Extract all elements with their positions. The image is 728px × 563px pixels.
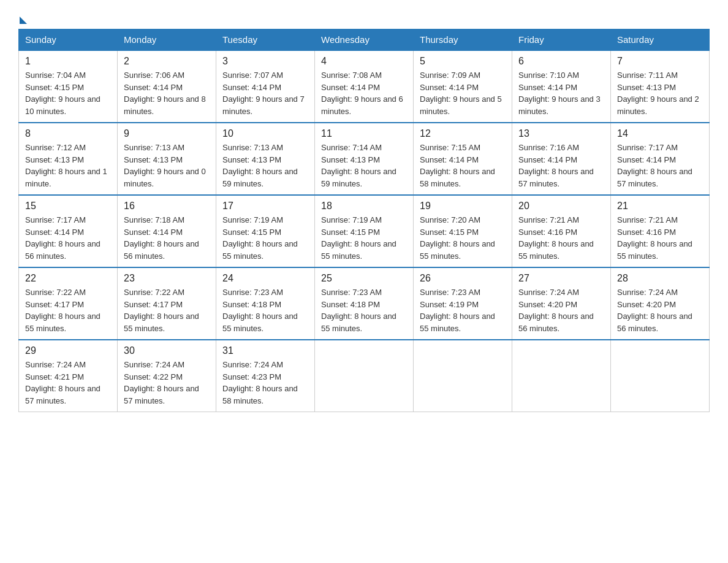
calendar-cell [611,340,710,412]
day-info: Sunrise: 7:21 AMSunset: 4:16 PMDaylight:… [617,215,692,261]
calendar-cell [512,340,611,412]
calendar-cell: 26 Sunrise: 7:23 AMSunset: 4:19 PMDaylig… [414,267,512,340]
day-number: 8 [25,128,111,139]
day-number: 16 [124,201,210,212]
day-info: Sunrise: 7:17 AMSunset: 4:14 PMDaylight:… [617,143,692,188]
calendar-cell: 16 Sunrise: 7:18 AMSunset: 4:14 PMDaylig… [118,195,216,267]
day-info: Sunrise: 7:06 AMSunset: 4:14 PMDaylight:… [124,71,206,116]
day-info: Sunrise: 7:22 AMSunset: 4:17 PMDaylight:… [25,288,100,333]
calendar-cell: 30 Sunrise: 7:24 AMSunset: 4:22 PMDaylig… [118,340,216,412]
weekday-header-wednesday: Wednesday [315,29,414,51]
calendar-cell: 14 Sunrise: 7:17 AMSunset: 4:14 PMDaylig… [611,123,710,195]
day-info: Sunrise: 7:21 AMSunset: 4:16 PMDaylight:… [518,215,594,261]
calendar-week-row: 15 Sunrise: 7:17 AMSunset: 4:14 PMDaylig… [19,195,710,267]
day-number: 29 [25,345,111,356]
calendar-cell: 4 Sunrise: 7:08 AMSunset: 4:14 PMDayligh… [315,50,414,123]
day-info: Sunrise: 7:11 AMSunset: 4:13 PMDaylight:… [617,71,699,116]
day-info: Sunrise: 7:15 AMSunset: 4:14 PMDaylight:… [420,143,495,188]
day-number: 22 [25,273,111,284]
calendar-week-row: 22 Sunrise: 7:22 AMSunset: 4:17 PMDaylig… [19,267,710,340]
day-info: Sunrise: 7:16 AMSunset: 4:14 PMDaylight:… [518,143,594,188]
logo [18,15,27,23]
calendar-cell: 2 Sunrise: 7:06 AMSunset: 4:14 PMDayligh… [118,50,216,123]
day-number: 4 [321,56,407,67]
calendar-cell: 17 Sunrise: 7:19 AMSunset: 4:15 PMDaylig… [216,195,315,267]
calendar-cell: 29 Sunrise: 7:24 AMSunset: 4:21 PMDaylig… [19,340,118,412]
day-number: 14 [617,128,703,139]
day-number: 5 [420,56,506,67]
calendar-cell: 9 Sunrise: 7:13 AMSunset: 4:13 PMDayligh… [118,123,216,195]
day-info: Sunrise: 7:23 AMSunset: 4:18 PMDaylight:… [321,288,396,333]
calendar-cell: 24 Sunrise: 7:23 AMSunset: 4:18 PMDaylig… [216,267,315,340]
day-number: 26 [420,273,506,284]
weekday-header-monday: Monday [118,29,216,51]
day-info: Sunrise: 7:10 AMSunset: 4:14 PMDaylight:… [518,71,601,116]
day-number: 7 [617,56,703,67]
calendar-week-row: 29 Sunrise: 7:24 AMSunset: 4:21 PMDaylig… [19,340,710,412]
calendar-cell: 1 Sunrise: 7:04 AMSunset: 4:15 PMDayligh… [19,50,118,123]
calendar-cell: 22 Sunrise: 7:22 AMSunset: 4:17 PMDaylig… [19,267,118,340]
day-number: 12 [420,128,506,139]
calendar-cell: 15 Sunrise: 7:17 AMSunset: 4:14 PMDaylig… [19,195,118,267]
day-info: Sunrise: 7:22 AMSunset: 4:17 PMDaylight:… [124,288,199,333]
day-number: 9 [124,128,210,139]
weekday-header-row: SundayMondayTuesdayWednesdayThursdayFrid… [19,29,710,51]
calendar-cell: 6 Sunrise: 7:10 AMSunset: 4:14 PMDayligh… [512,50,611,123]
day-number: 30 [124,345,210,356]
day-info: Sunrise: 7:24 AMSunset: 4:23 PMDaylight:… [222,360,298,405]
calendar-cell: 21 Sunrise: 7:21 AMSunset: 4:16 PMDaylig… [611,195,710,267]
day-number: 3 [222,56,308,67]
day-number: 31 [222,345,308,356]
day-info: Sunrise: 7:24 AMSunset: 4:20 PMDaylight:… [518,288,594,333]
day-info: Sunrise: 7:20 AMSunset: 4:15 PMDaylight:… [420,215,495,261]
day-number: 25 [321,273,407,284]
weekday-header-saturday: Saturday [611,29,710,51]
calendar-cell [414,340,512,412]
day-info: Sunrise: 7:04 AMSunset: 4:15 PMDaylight:… [25,71,100,116]
day-number: 21 [617,201,703,212]
day-number: 18 [321,201,407,212]
day-info: Sunrise: 7:14 AMSunset: 4:13 PMDaylight:… [321,143,396,188]
day-number: 27 [518,273,604,284]
calendar-cell: 7 Sunrise: 7:11 AMSunset: 4:13 PMDayligh… [611,50,710,123]
weekday-header-sunday: Sunday [19,29,118,51]
calendar-cell: 13 Sunrise: 7:16 AMSunset: 4:14 PMDaylig… [512,123,611,195]
day-info: Sunrise: 7:07 AMSunset: 4:14 PMDaylight:… [222,71,305,116]
page-header [18,12,710,23]
day-number: 10 [222,128,308,139]
day-info: Sunrise: 7:09 AMSunset: 4:14 PMDaylight:… [420,71,502,116]
calendar-week-row: 8 Sunrise: 7:12 AMSunset: 4:13 PMDayligh… [19,123,710,195]
calendar-cell: 8 Sunrise: 7:12 AMSunset: 4:13 PMDayligh… [19,123,118,195]
calendar-cell: 12 Sunrise: 7:15 AMSunset: 4:14 PMDaylig… [414,123,512,195]
calendar-cell: 28 Sunrise: 7:24 AMSunset: 4:20 PMDaylig… [611,267,710,340]
weekday-header-thursday: Thursday [414,29,512,51]
day-info: Sunrise: 7:18 AMSunset: 4:14 PMDaylight:… [124,215,199,261]
day-number: 24 [222,273,308,284]
day-info: Sunrise: 7:17 AMSunset: 4:14 PMDaylight:… [25,215,100,261]
day-info: Sunrise: 7:24 AMSunset: 4:22 PMDaylight:… [124,360,199,405]
day-info: Sunrise: 7:24 AMSunset: 4:21 PMDaylight:… [25,360,100,405]
calendar-cell: 20 Sunrise: 7:21 AMSunset: 4:16 PMDaylig… [512,195,611,267]
day-number: 2 [124,56,210,67]
day-info: Sunrise: 7:23 AMSunset: 4:19 PMDaylight:… [420,288,495,333]
calendar-cell: 23 Sunrise: 7:22 AMSunset: 4:17 PMDaylig… [118,267,216,340]
calendar-cell: 19 Sunrise: 7:20 AMSunset: 4:15 PMDaylig… [414,195,512,267]
day-info: Sunrise: 7:08 AMSunset: 4:14 PMDaylight:… [321,71,403,116]
day-number: 11 [321,128,407,139]
day-info: Sunrise: 7:13 AMSunset: 4:13 PMDaylight:… [124,143,206,188]
weekday-header-tuesday: Tuesday [216,29,315,51]
calendar-cell: 3 Sunrise: 7:07 AMSunset: 4:14 PMDayligh… [216,50,315,123]
day-number: 28 [617,273,703,284]
calendar-cell: 27 Sunrise: 7:24 AMSunset: 4:20 PMDaylig… [512,267,611,340]
day-info: Sunrise: 7:12 AMSunset: 4:13 PMDaylight:… [25,143,107,188]
day-number: 13 [518,128,604,139]
calendar-cell: 10 Sunrise: 7:13 AMSunset: 4:13 PMDaylig… [216,123,315,195]
calendar-cell: 31 Sunrise: 7:24 AMSunset: 4:23 PMDaylig… [216,340,315,412]
calendar-cell: 18 Sunrise: 7:19 AMSunset: 4:15 PMDaylig… [315,195,414,267]
day-number: 1 [25,56,111,67]
day-number: 20 [518,201,604,212]
calendar-cell: 11 Sunrise: 7:14 AMSunset: 4:13 PMDaylig… [315,123,414,195]
calendar-cell: 5 Sunrise: 7:09 AMSunset: 4:14 PMDayligh… [414,50,512,123]
logo-triangle-icon [20,17,27,24]
day-info: Sunrise: 7:23 AMSunset: 4:18 PMDaylight:… [222,288,298,333]
